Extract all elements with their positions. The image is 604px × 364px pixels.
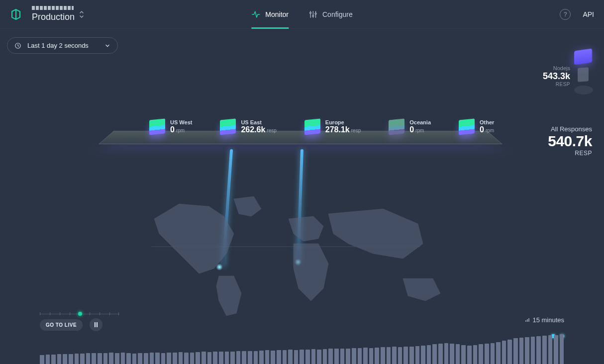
header: Production Monitor Configure ? API: [0, 0, 604, 29]
histogram-bar: [421, 346, 425, 364]
region-name: Europe: [325, 119, 361, 125]
histogram-bar: [225, 352, 229, 364]
histogram-bar: [381, 347, 385, 364]
histogram-bar: [415, 346, 420, 364]
nav-monitor[interactable]: Monitor: [251, 0, 289, 29]
stat-nodejs-label: Nodejs: [543, 65, 570, 71]
stat-all-responses: All Responses 540.7k RESP: [548, 125, 592, 157]
histogram-bar: [46, 355, 50, 364]
histogram-bar: [75, 354, 79, 364]
histogram-bar: [427, 345, 431, 364]
org-name: Production: [32, 12, 75, 22]
bars-icon: [525, 318, 529, 322]
histogram-bar: [63, 354, 67, 364]
histogram-bar: [207, 352, 212, 364]
activity-icon: [251, 10, 260, 19]
go-live-button[interactable]: GO TO LIVE: [40, 319, 83, 331]
histogram-bar: [554, 335, 558, 364]
histogram-bar: [248, 351, 252, 364]
response-histogram[interactable]: [40, 333, 564, 364]
histogram-bar: [126, 353, 131, 364]
histogram-bar: [542, 336, 547, 364]
nav-configure[interactable]: Configure: [308, 0, 353, 29]
histogram-bar: [519, 338, 524, 364]
org-switcher[interactable]: Production: [32, 6, 85, 22]
histogram-bar: [450, 344, 454, 364]
help-icon[interactable]: ?: [560, 9, 571, 20]
region-name: US East: [241, 119, 276, 125]
stat-nodejs: Nodejs 543.3k RESP: [543, 50, 592, 102]
histogram-bar: [161, 353, 166, 364]
histogram-bar: [479, 344, 483, 364]
histogram-bar: [150, 353, 154, 364]
region-unit: rpm: [415, 128, 424, 133]
region-cube-icon: [304, 118, 320, 135]
histogram-bar: [144, 353, 148, 364]
region-oceania[interactable]: Oceania 0rpm: [389, 119, 431, 134]
api-link[interactable]: API: [583, 10, 594, 18]
histogram-bar: [323, 349, 327, 364]
histogram-bar: [271, 351, 275, 364]
region-cube-icon: [149, 118, 165, 135]
histogram-bar: [57, 354, 62, 364]
time-window[interactable]: 15 minutes: [525, 316, 564, 324]
stat-nodejs-unit: RESP: [543, 82, 570, 87]
region-name: US West: [170, 119, 192, 125]
region-value: 0: [409, 125, 414, 134]
histogram-bar: [219, 352, 223, 364]
region-us-west[interactable]: US West 0rpm: [149, 119, 192, 134]
histogram-bar: [485, 344, 489, 364]
svg-point-2: [315, 13, 316, 14]
slider-thumb[interactable]: [78, 312, 82, 316]
svg-point-1: [312, 15, 313, 16]
svg-rect-4: [152, 246, 420, 247]
histogram-bar: [467, 346, 472, 364]
time-range-picker[interactable]: Last 1 day 2 seconds: [7, 37, 118, 54]
nav-configure-label: Configure: [322, 10, 353, 18]
histogram-bar: [132, 354, 137, 364]
region-unit: resp: [351, 128, 361, 133]
histogram-bar: [358, 348, 362, 364]
nav-monitor-label: Monitor: [265, 10, 289, 18]
chevron-down-icon: [104, 43, 110, 49]
histogram-bar: [317, 350, 321, 364]
playback-slider[interactable]: [40, 310, 119, 317]
histogram-bar: [242, 351, 246, 364]
histogram-bar: [502, 341, 506, 364]
stat-all-unit: RESP: [548, 150, 592, 157]
histogram-bar: [115, 353, 119, 364]
region-us-east[interactable]: US East 262.6kresp: [220, 119, 276, 134]
histogram-bar: [334, 349, 339, 364]
histogram-bar: [363, 348, 368, 364]
histogram-bar: [398, 347, 403, 364]
histogram-bar: [305, 350, 310, 364]
histogram-bar: [213, 352, 217, 364]
histogram-bar: [259, 351, 264, 364]
region-cube-icon: [389, 118, 404, 135]
histogram-bar: [340, 349, 345, 364]
time-range-label: Last 1 day 2 seconds: [27, 42, 89, 49]
cube-stack-icon[interactable]: [574, 50, 592, 102]
histogram-bar: [173, 353, 177, 364]
histogram-bar: [121, 353, 125, 364]
histogram-bar: [98, 353, 102, 364]
pause-button[interactable]: [90, 318, 102, 331]
histogram-bar: [40, 355, 44, 364]
histogram-bar: [86, 353, 91, 364]
clock-icon: [14, 42, 21, 49]
histogram-bar: [438, 344, 443, 364]
histogram-bar: [560, 334, 564, 364]
histogram-bar: [352, 348, 356, 364]
region-europe[interactable]: Europe 278.1kresp: [304, 119, 361, 134]
sliders-icon: [308, 10, 317, 19]
histogram-bar: [265, 350, 270, 364]
region-value: 0: [480, 125, 484, 134]
histogram-bar: [294, 350, 299, 364]
histogram-bar: [536, 336, 541, 364]
histogram-bar: [409, 347, 414, 364]
histogram-bar: [230, 352, 235, 364]
svg-point-0: [309, 12, 311, 13]
region-unit: resp: [267, 128, 276, 133]
region-other[interactable]: Other 0rpm: [459, 119, 494, 134]
histogram-bar: [375, 348, 379, 364]
